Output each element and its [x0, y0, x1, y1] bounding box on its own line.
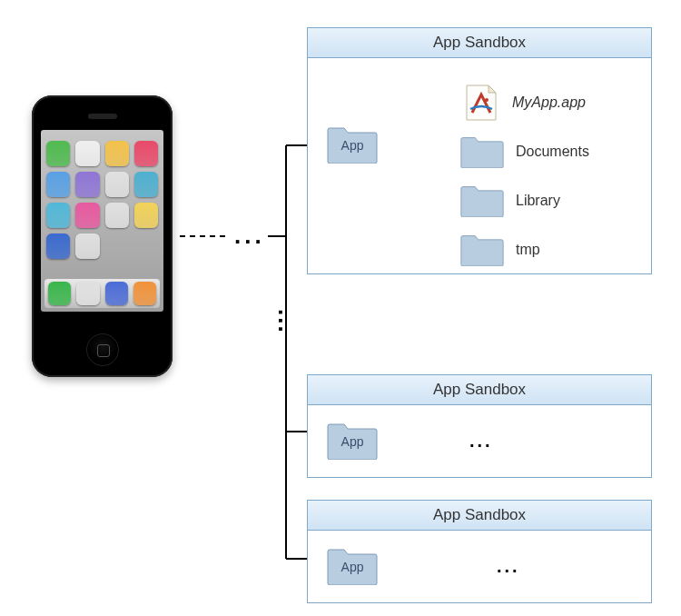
phone-screen	[41, 130, 163, 312]
app-folder-label-3: App	[341, 560, 364, 574]
sandbox-title-2: App Sandbox	[308, 375, 651, 405]
phone-home-button	[86, 333, 119, 366]
sandbox-box-2: App Sandbox App ...	[307, 374, 652, 478]
sandbox-tree: MyApp.appDocumentsLibrarytmp	[412, 75, 633, 278]
phone-dock-icon	[76, 282, 99, 305]
ellipsis-sandbox-2: ...	[469, 432, 493, 450]
app-folder-label-1: App	[341, 138, 364, 153]
phone-app-icon	[46, 172, 70, 197]
phone-app-icon	[46, 233, 70, 259]
phone-app-icon	[105, 203, 129, 228]
phone-dock-icon	[105, 282, 128, 305]
phone-app-icon	[75, 233, 99, 259]
diagram-root: ... App Sandbox App MyApp.appDocumentsLi…	[18, 18, 663, 598]
phone-speaker	[88, 114, 117, 119]
tree-item-label: MyApp.app	[512, 94, 586, 111]
phone-app-icon	[134, 141, 158, 166]
svg-point-12	[485, 98, 489, 102]
tree-item: tmp	[459, 229, 633, 271]
tree-item: Library	[459, 180, 633, 222]
phone-dock-icon	[133, 282, 156, 305]
app-folder-2: App	[326, 422, 379, 460]
phone-home-grid	[46, 141, 158, 259]
ellipsis-vertical: ...	[275, 309, 299, 334]
phone-app-icon	[134, 203, 158, 228]
tree-item-label: tmp	[516, 242, 540, 258]
app-folder-3: App	[326, 547, 379, 585]
tree-item: Documents	[459, 131, 633, 173]
phone-app-icon	[46, 203, 70, 228]
phone-app-icon	[75, 203, 99, 228]
iphone-device	[32, 95, 173, 377]
phone-dock	[44, 279, 160, 308]
phone-app-icon	[75, 141, 99, 166]
phone-app-icon	[105, 172, 129, 197]
phone-statusbar	[44, 132, 160, 139]
ellipsis-sandbox-3: ...	[497, 557, 520, 575]
sandbox-title-3: App Sandbox	[308, 501, 651, 531]
phone-app-icon	[134, 172, 158, 197]
folder-icon	[459, 135, 505, 168]
folder-icon	[459, 184, 505, 217]
app-folder-label-2: App	[341, 434, 364, 449]
tree-item: MyApp.app	[459, 82, 633, 124]
sandbox-box-3: App Sandbox App ...	[307, 500, 652, 603]
phone-app-icon	[105, 141, 129, 166]
folder-icon	[459, 233, 505, 266]
app-folder-1: App	[326, 125, 379, 164]
phone-app-icon	[46, 141, 70, 166]
sandbox-title-1: App Sandbox	[308, 28, 651, 58]
sandbox-box-1: App Sandbox App MyApp.appDocumentsLibrar…	[307, 27, 652, 274]
app-file-icon	[459, 82, 501, 124]
tree-item-label: Library	[516, 193, 560, 209]
phone-dock-icon	[48, 282, 71, 305]
ellipsis-horizontal-1: ...	[234, 224, 265, 247]
phone-app-icon	[75, 172, 99, 197]
tree-item-label: Documents	[516, 144, 589, 160]
